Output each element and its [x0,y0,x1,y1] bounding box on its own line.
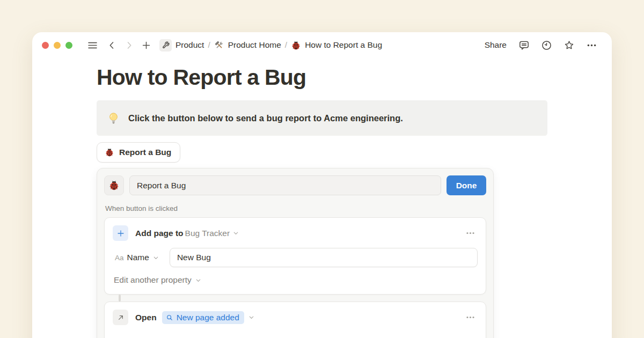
open-page-step-row: Open New page added [113,310,478,325]
wrench-icon [159,39,172,52]
comments-icon[interactable] [515,37,532,53]
lightbulb-icon [107,112,120,125]
page-title: How to Report a Bug [97,65,547,90]
property-row: Aa Name [113,248,478,267]
breadcrumb-item-current-page[interactable]: How to Report a Bug [289,39,384,52]
breadcrumb-separator: / [285,40,287,50]
maximize-window-button[interactable] [65,42,72,49]
button-editor-panel: Done When button is clicked Add page to … [97,168,494,338]
add-page-step-card: Add page to Bug Tracker Aa Name [104,217,486,295]
chevron-down-icon [195,277,202,284]
page-content: How to Report a Bug Click the button bel… [32,65,612,338]
database-name: Bug Tracker [185,229,230,238]
share-button[interactable]: Share [481,39,510,52]
window-controls [42,42,72,49]
open-page-step-card: Open New page added [104,302,486,338]
add-page-plus-icon [113,225,128,241]
minimize-window-button[interactable] [54,42,61,49]
forward-button[interactable] [122,38,136,52]
callout-block: Click the button below to send a bug rep… [97,100,547,136]
done-button[interactable]: Done [447,175,486,195]
titlebar-actions: Share [481,37,600,53]
search-icon [166,314,173,321]
step-action-label: Add page to [135,229,184,238]
window-titlebar: Product / Product Home / How to Report a… [32,32,612,58]
button-icon-picker[interactable] [104,175,124,195]
ladybug-icon [108,180,120,191]
open-target-label: New page added [177,313,239,322]
edit-another-property-label: Edit another property [114,275,192,285]
back-button[interactable] [105,38,119,52]
breadcrumb-item-product[interactable]: Product [157,38,206,53]
button-editor-header: Done [104,175,486,195]
ladybug-icon [105,148,114,157]
breadcrumb-separator: / [208,40,210,50]
ladybug-icon [291,40,301,50]
chevron-down-icon [152,254,159,261]
step-more-options-icon[interactable] [463,312,478,324]
text-property-type-icon: Aa [115,254,124,262]
updates-clock-icon[interactable] [538,37,555,53]
step-more-options-icon[interactable] [463,227,478,239]
edit-another-property-button[interactable]: Edit another property [114,275,202,285]
chevron-down-icon [232,230,239,237]
report-bug-button[interactable]: Report a Bug [97,142,180,163]
notion-window: Product / Product Home / How to Report a… [32,32,612,338]
new-page-icon[interactable] [139,38,153,52]
close-window-button[interactable] [42,42,49,49]
breadcrumb-label: Product Home [228,40,281,50]
trigger-label: When button is clicked [105,204,485,212]
more-options-icon[interactable] [583,37,600,53]
callout-text: Click the button below to send a bug rep… [128,113,403,123]
hammer-wrench-icon [214,40,224,50]
database-select[interactable]: Bug Tracker [184,227,241,239]
property-value-input[interactable] [170,248,478,267]
step-connector [119,295,121,302]
add-page-step-row: Add page to Bug Tracker [113,225,478,241]
open-target-select[interactable]: New page added [162,311,244,324]
report-bug-button-label: Report a Bug [119,148,171,157]
breadcrumb-item-product-home[interactable]: Product Home [212,39,283,52]
step-action-label: Open [135,313,157,322]
chevron-down-icon [248,314,255,321]
property-name: Name [127,253,149,262]
breadcrumb-label: Product [175,40,204,50]
favorite-star-icon[interactable] [560,37,577,53]
breadcrumb: Product / Product Home / How to Report a… [157,38,384,53]
property-select[interactable]: Aa Name [114,252,160,263]
breadcrumb-label: How to Report a Bug [305,40,382,50]
open-arrow-icon [113,310,128,325]
button-name-input[interactable] [129,175,441,195]
sidebar-toggle-icon[interactable] [85,38,99,52]
